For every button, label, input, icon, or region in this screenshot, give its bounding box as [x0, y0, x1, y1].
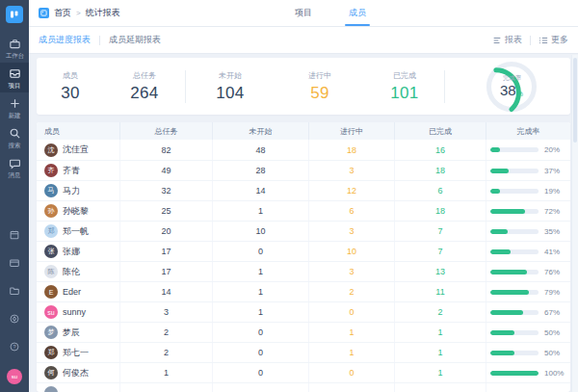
not-started-count: 1: [212, 201, 308, 221]
table-row[interactable]: 孙孙晓黎25161872%: [37, 200, 570, 221]
table-row[interactable]: 陈陈伦17131376%: [37, 261, 570, 281]
sidebar: 工作台 项目 新建 搜索 消息: [0, 0, 29, 392]
in-progress-count: 1: [308, 323, 394, 342]
compass-icon[interactable]: [9, 311, 20, 328]
stat-value: 104: [216, 84, 244, 103]
completion-rate-cell: 37%: [486, 161, 570, 180]
card-icon[interactable]: [9, 255, 20, 273]
avatar: 郑: [44, 346, 58, 359]
help-icon[interactable]: ?: [9, 339, 20, 356]
column-header-done[interactable]: 已完成: [394, 122, 486, 140]
not-started-count: 48: [212, 140, 308, 160]
avatar: [44, 386, 58, 392]
summary-stat: 已完成101: [365, 70, 444, 103]
avatar: 郑: [44, 224, 58, 238]
sidebar-item-search[interactable]: 搜索: [0, 122, 29, 152]
workbench-icon: [9, 38, 21, 50]
member-name: 郑一帆: [63, 225, 89, 238]
column-header-not-started[interactable]: 未开始: [212, 122, 308, 140]
in-progress-count: 3: [308, 262, 394, 281]
sidebar-item-messages[interactable]: 消息: [0, 152, 29, 182]
table-row[interactable]: 梦梦辰201150%: [37, 322, 570, 342]
column-header-total[interactable]: 总任务: [119, 122, 212, 140]
summary-stat: 进行中59: [275, 70, 365, 103]
teambition-logo[interactable]: [6, 6, 23, 23]
in-progress-count: 6: [308, 201, 394, 221]
done-count: 6: [394, 181, 486, 200]
divider: [444, 70, 445, 103]
in-progress-count: 1: [308, 343, 394, 362]
done-count: 7: [394, 242, 486, 261]
in-progress-count: 10: [308, 242, 394, 261]
main-area: 首页 > 统计报表 项目 成员 成员进度报表 成员延期报表 报表: [29, 0, 578, 392]
tab-members[interactable]: 成员: [345, 0, 370, 26]
tab-projects[interactable]: 项目: [291, 0, 316, 26]
message-icon: [9, 157, 21, 170]
table-row[interactable]: 郑郑一帆20103735%: [37, 221, 570, 241]
not-started-count: 10: [212, 222, 308, 241]
table-row[interactable]: 齐齐青492831837%: [37, 160, 570, 180]
progress-bar: [490, 351, 539, 355]
total-tasks: 2: [119, 323, 212, 342]
breadcrumb-home-icon[interactable]: [39, 8, 49, 18]
table-row[interactable]: [37, 382, 570, 392]
column-header-rate[interactable]: 完成率: [486, 122, 570, 140]
progress-bar: [490, 169, 539, 173]
table-row[interactable]: 沈沈佳宜8248181620%: [37, 140, 570, 160]
sidebar-item-new[interactable]: 新建: [0, 92, 29, 122]
progress-bar: [490, 330, 539, 335]
breadcrumb-current: 统计报表: [86, 7, 120, 19]
column-header-in-progress[interactable]: 进行中: [308, 122, 394, 140]
sidebar-item-projects[interactable]: 项目: [0, 63, 29, 92]
sidebar-item-label: 搜索: [9, 142, 21, 147]
scrollbar-thumb[interactable]: [573, 58, 577, 143]
more-button[interactable]: 更多: [539, 34, 568, 46]
table-row[interactable]: EEder14121179%: [37, 281, 570, 301]
total-tasks: [119, 383, 212, 392]
summary-stats: 成员30总任务264未开始104进行中59已完成101: [37, 70, 445, 103]
sidebar-item-label: 项目: [9, 82, 21, 88]
user-avatar[interactable]: su: [7, 369, 22, 384]
stat-value: 30: [61, 84, 80, 103]
member-name: 梦辰: [63, 327, 80, 339]
column-header-member[interactable]: 成员: [37, 122, 119, 140]
in-progress-count: 0: [308, 302, 394, 322]
table-row[interactable]: 马马力321412619%: [37, 180, 570, 200]
done-count: 1: [394, 363, 486, 382]
rate-label: 100%: [544, 369, 564, 378]
sidebar-bottom-group: ? su: [7, 227, 22, 392]
avatar: 马: [44, 184, 58, 197]
table-row[interactable]: susunny310267%: [37, 301, 570, 322]
scrollbar-track[interactable]: [571, 55, 578, 392]
rate-label: 19%: [544, 187, 560, 196]
not-started-count: 1: [212, 282, 308, 301]
member-name: 郑七一: [63, 347, 89, 359]
done-count: 1: [394, 343, 486, 362]
progress-bar: [490, 189, 539, 194]
not-started-count: 0: [212, 323, 308, 342]
sidebar-item-workbench[interactable]: 工作台: [0, 33, 29, 63]
breadcrumb-home[interactable]: 首页: [54, 7, 71, 19]
table-row[interactable]: 张张娜17010741%: [37, 241, 570, 261]
member-report-table: 成员 总任务 未开始 进行中 已完成 完成率 沈沈佳宜8248181620%齐齐…: [37, 122, 570, 392]
folder-icon[interactable]: [9, 283, 20, 301]
avatar: su: [44, 305, 58, 319]
subtab-member-progress[interactable]: 成员进度报表: [39, 34, 91, 46]
completion-rate-cell: [486, 383, 570, 392]
table-row[interactable]: 郑郑七一201150%: [37, 342, 570, 362]
not-started-count: 1: [212, 302, 308, 322]
table-row[interactable]: 何何俊杰1001100%: [37, 362, 570, 382]
progress-bar: [490, 229, 539, 234]
completion-rate-cell: 20%: [486, 140, 570, 160]
total-tasks: 3: [119, 302, 212, 322]
schedule-icon[interactable]: [9, 227, 20, 245]
completion-rate-cell: 76%: [486, 262, 570, 281]
total-tasks: 20: [119, 222, 212, 241]
report-button[interactable]: 报表: [492, 34, 522, 46]
subtab-member-delay[interactable]: 成员延期报表: [109, 34, 161, 46]
in-progress-count: [308, 383, 394, 392]
rate-label: 50%: [544, 328, 560, 337]
rate-label: 50%: [544, 349, 560, 357]
completion-rate-cell: 19%: [486, 181, 570, 200]
not-started-count: 0: [212, 242, 308, 261]
